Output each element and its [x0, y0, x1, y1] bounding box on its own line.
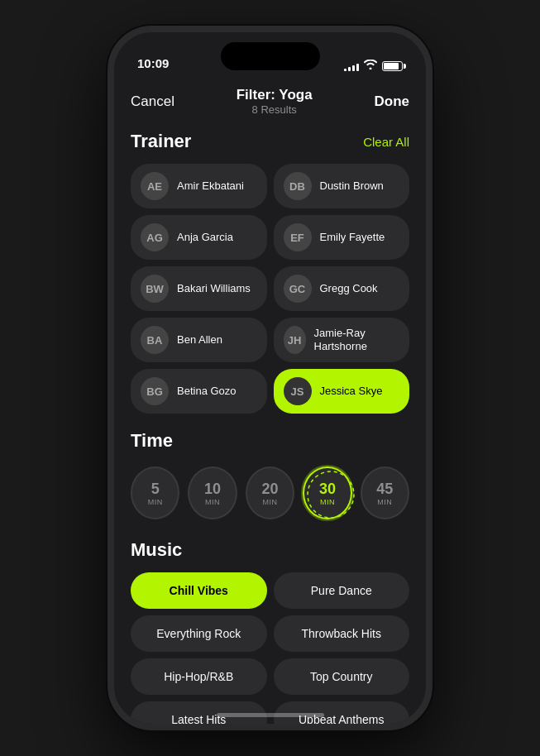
clear-all-button[interactable]: Clear All [363, 135, 409, 149]
trainer-name-bakari: Bakari Williams [177, 282, 251, 295]
cancel-button[interactable]: Cancel [131, 93, 174, 110]
trainer-name-betina: Betina Gozo [177, 385, 237, 398]
trainer-item-bakari[interactable]: BW Bakari Williams [131, 266, 267, 311]
signal-icon [344, 61, 359, 71]
wifi-icon [364, 60, 377, 72]
time-option-45[interactable]: 45 MIN [361, 467, 409, 519]
trainer-name-gregg: Gregg Cook [320, 282, 378, 295]
time-section: Time 5 MIN 10 MIN 20 MIN [114, 422, 426, 531]
nav-header: Cancel Filter: Yoga 8 Results Done [114, 77, 426, 122]
filter-title: Filter: Yoga [237, 87, 313, 103]
trainer-name-emily: Emily Fayette [320, 231, 385, 244]
trainer-section-header: Trainer Clear All [131, 131, 409, 152]
dynamic-island [221, 42, 320, 70]
avatar-gregg: GC [284, 275, 312, 303]
main-content: Cancel Filter: Yoga 8 Results Done Train… [114, 77, 426, 724]
avatar-jamie: JH [284, 326, 306, 354]
trainer-item-anja[interactable]: AG Anja Garcia [131, 215, 267, 260]
time-option-20[interactable]: 20 MIN [246, 467, 294, 519]
music-section-header: Music [131, 539, 409, 561]
done-button[interactable]: Done [375, 93, 410, 110]
trainer-name-jamie: Jamie-Ray Hartshorne [314, 327, 399, 352]
avatar-jessica: JS [284, 377, 312, 405]
time-options: 5 MIN 10 MIN 20 MIN [131, 463, 409, 523]
trainer-item-ben[interactable]: BA Ben Allen [131, 318, 267, 362]
avatar-anja: AG [141, 223, 169, 251]
avatar-betina: BG [141, 377, 169, 405]
results-count: 8 Results [237, 103, 313, 116]
trainer-name-dustin: Dustin Brown [320, 179, 384, 193]
trainer-grid: AE Amir Ekbatani DB Dustin Brown AG Anja… [131, 164, 409, 414]
avatar-bakari: BW [141, 275, 169, 303]
trainer-item-dustin[interactable]: DB Dustin Brown [274, 164, 410, 208]
time-option-10[interactable]: 10 MIN [188, 467, 237, 519]
trainer-item-gregg[interactable]: GC Gregg Cook [274, 266, 410, 311]
trainer-item-jamie[interactable]: JH Jamie-Ray Hartshorne [274, 318, 410, 362]
time-section-header: Time [131, 430, 409, 452]
music-item-hiphop[interactable]: Hip-Hop/R&B [131, 658, 267, 695]
home-indicator [217, 713, 324, 717]
music-item-chill-vibes[interactable]: Chill Vibes [131, 572, 267, 609]
battery-icon [382, 61, 403, 71]
trainer-item-betina[interactable]: BG Betina Gozo [131, 369, 267, 414]
time-section-title: Time [131, 430, 173, 452]
phone-frame: 10:09 Cancel [108, 26, 432, 730]
trainer-item-jessica[interactable]: JS Jessica Skye [274, 369, 410, 414]
trainer-section: Trainer Clear All AE Amir Ekbatani DB Du… [114, 122, 426, 422]
trainer-name-ben: Ben Allen [177, 333, 222, 347]
nav-center: Filter: Yoga 8 Results [237, 87, 313, 116]
trainer-name-jessica: Jessica Skye [320, 385, 383, 398]
trainer-name-anja: Anja Garcia [177, 231, 233, 244]
music-section-title: Music [131, 539, 182, 561]
status-icons [344, 60, 403, 72]
trainer-item-emily[interactable]: EF Emily Fayette [274, 215, 410, 260]
time-option-5[interactable]: 5 MIN [131, 467, 179, 519]
trainer-section-title: Trainer [131, 131, 191, 152]
music-item-pure-dance[interactable]: Pure Dance [274, 572, 410, 609]
time-option-30[interactable]: // This is inline, won't execute in SVG … [303, 467, 351, 519]
music-section: Music Chill Vibes Pure Dance Everything … [114, 531, 426, 724]
music-item-top-country[interactable]: Top Country [274, 658, 410, 695]
status-time: 10:09 [137, 56, 169, 72]
trainer-name-amir: Amir Ekbatani [177, 179, 244, 193]
music-grid: Chill Vibes Pure Dance Everything Rock T… [131, 572, 409, 724]
trainer-item-amir[interactable]: AE Amir Ekbatani [131, 164, 267, 208]
avatar-ben: BA [141, 326, 169, 354]
music-item-throwback-hits[interactable]: Throwback Hits [274, 615, 410, 652]
avatar-amir: AE [141, 172, 169, 200]
music-item-everything-rock[interactable]: Everything Rock [131, 615, 267, 652]
avatar-dustin: DB [284, 172, 312, 200]
avatar-emily: EF [284, 223, 312, 251]
